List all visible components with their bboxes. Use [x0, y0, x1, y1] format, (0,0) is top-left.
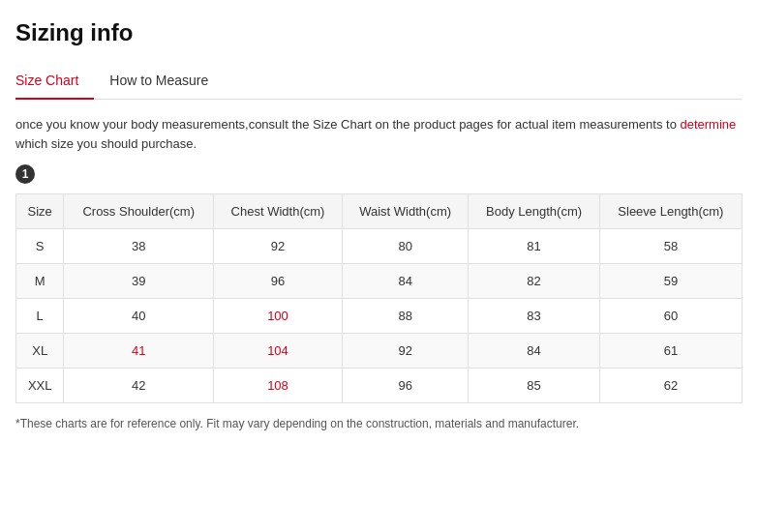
cell-chest_width: 96: [214, 264, 343, 299]
cell-waist_width: 88: [342, 299, 469, 334]
footer-note: *These charts are for reference only. Fi…: [15, 417, 743, 430]
cell-body_length: 81: [469, 229, 599, 264]
cell-waist_width: 96: [342, 369, 469, 403]
cell-cross_shoulder: 40: [64, 299, 214, 334]
col-header-body-length: Body Length(cm): [469, 194, 599, 229]
cell-waist_width: 80: [342, 229, 469, 264]
col-header-chest-width: Chest Width(cm): [214, 194, 343, 229]
col-header-sleeve-length: Sleeve Length(cm): [599, 194, 742, 229]
cell-body_length: 85: [469, 369, 599, 403]
cell-body_length: 83: [469, 299, 599, 334]
cell-body_length: 82: [469, 264, 599, 299]
table-row: L40100888360: [16, 299, 743, 334]
cell-cross_shoulder: 38: [64, 229, 214, 264]
table-row: S3892808158: [16, 229, 743, 264]
step-badge: 1: [15, 164, 35, 184]
cell-chest_width: 100: [214, 299, 343, 334]
cell-sleeve_length: 60: [599, 299, 742, 334]
cell-size: S: [16, 229, 64, 264]
cell-chest_width: 92: [214, 229, 343, 264]
cell-sleeve_length: 62: [599, 369, 742, 403]
cell-waist_width: 84: [342, 264, 469, 299]
cell-size: M: [16, 264, 64, 299]
page-title: Sizing info: [15, 19, 743, 46]
tab-bar: Size Chart How to Measure: [15, 62, 743, 100]
description-highlight: determine: [680, 117, 736, 132]
cell-waist_width: 92: [342, 334, 469, 369]
cell-cross_shoulder: 41: [64, 334, 214, 369]
table-body: S3892808158M3996848259L40100888360XL4110…: [16, 229, 743, 403]
table-row: XXL42108968562: [16, 369, 743, 403]
cell-chest_width: 108: [214, 369, 343, 403]
cell-chest_width: 104: [214, 334, 343, 369]
cell-size: XXL: [16, 369, 64, 403]
cell-sleeve_length: 59: [599, 264, 742, 299]
cell-sleeve_length: 58: [599, 229, 742, 264]
cell-size: L: [16, 299, 64, 334]
description-text: once you know your body measurements,con…: [15, 115, 743, 153]
table-header-row: Size Cross Shoulder(cm) Chest Width(cm) …: [16, 194, 743, 229]
cell-sleeve_length: 61: [599, 334, 742, 369]
description-before: once you know your body measurements,con…: [15, 117, 680, 132]
col-header-size: Size: [16, 194, 64, 229]
cell-cross_shoulder: 42: [64, 369, 214, 403]
size-chart-table: Size Cross Shoulder(cm) Chest Width(cm) …: [15, 193, 743, 403]
table-row: M3996848259: [16, 264, 743, 299]
cell-size: XL: [16, 334, 64, 369]
cell-body_length: 84: [469, 334, 599, 369]
col-header-cross-shoulder: Cross Shoulder(cm): [64, 194, 214, 229]
description-after: which size you should purchase.: [15, 136, 197, 151]
tab-size-chart[interactable]: Size Chart: [15, 63, 94, 100]
col-header-waist-width: Waist Width(cm): [342, 194, 469, 229]
tab-how-to-measure[interactable]: How to Measure: [109, 63, 224, 100]
table-row: XL41104928461: [16, 334, 743, 369]
cell-cross_shoulder: 39: [64, 264, 214, 299]
